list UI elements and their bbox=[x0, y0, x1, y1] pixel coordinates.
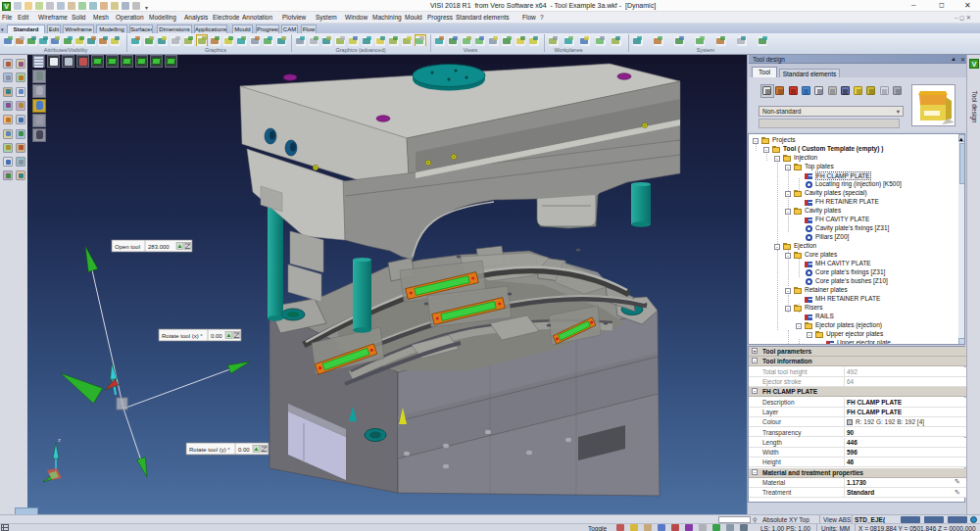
svg-text:0.00: 0.00 bbox=[211, 333, 222, 339]
svg-text:0.00: 0.00 bbox=[238, 447, 250, 453]
svg-text:283.000: 283.000 bbox=[148, 244, 170, 250]
svg-text:Open tool: Open tool bbox=[115, 244, 140, 250]
svg-text:z: z bbox=[58, 437, 61, 443]
svg-text:Rotate tool (x) °: Rotate tool (x) ° bbox=[162, 333, 203, 339]
svg-text:Rotate tool (y) °: Rotate tool (y) ° bbox=[189, 447, 230, 453]
